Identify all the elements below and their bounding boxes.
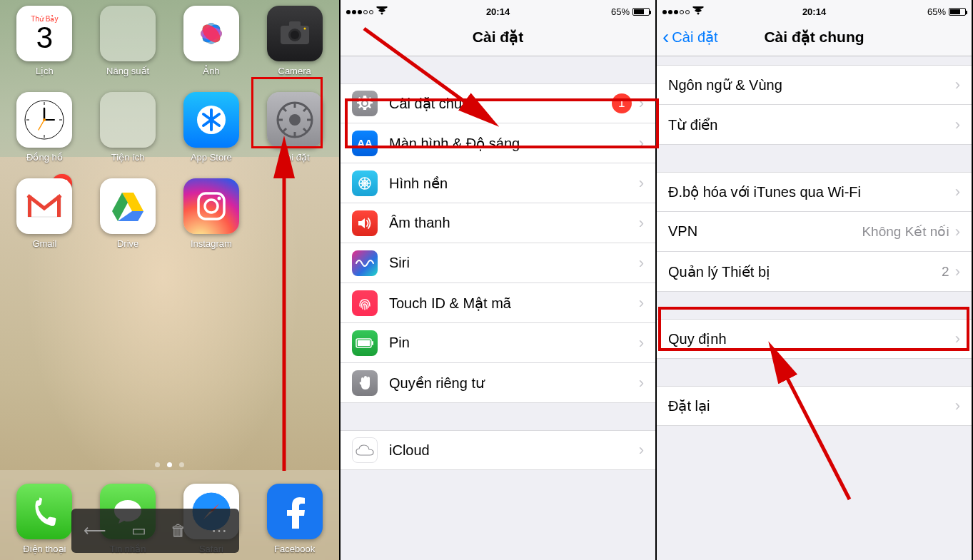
trash-icon[interactable]: 🗑	[171, 521, 186, 540]
chevron-right-icon: ›	[955, 330, 960, 348]
app-clock[interactable]: Đồng hồ	[13, 92, 76, 163]
row-privacy[interactable]: Quyền riêng tư ›	[341, 363, 655, 403]
folder-icon	[100, 6, 156, 61]
row-siri[interactable]: Siri ›	[341, 243, 655, 283]
svg-line-32	[283, 108, 286, 111]
page-title: Cài đặt	[473, 29, 523, 46]
row-language-region[interactable]: Ngôn ngữ & Vùng ›	[657, 65, 972, 105]
pager-dot	[179, 462, 184, 467]
app-camera[interactable]: Camera	[263, 6, 326, 76]
nav-header: Cài đặt	[341, 18, 655, 56]
row-label: VPN	[668, 223, 862, 240]
chevron-right-icon: ›	[955, 116, 960, 134]
signal-indicator	[662, 6, 704, 17]
row-label: Siri	[389, 255, 639, 271]
svg-point-43	[363, 101, 367, 106]
svg-point-27	[289, 114, 301, 126]
wifi-icon	[692, 6, 704, 17]
app-utilities-folder[interactable]: Tiện ích	[96, 92, 160, 163]
row-label: Ngôn ngữ & Vùng	[668, 76, 955, 93]
app-label: Tiện ích	[111, 152, 145, 163]
row-label: Đ.bộ hóa với iTunes qua Wi-Fi	[668, 183, 955, 200]
chevron-right-icon: ›	[639, 254, 644, 273]
row-regulatory[interactable]: Quy định ›	[657, 319, 972, 359]
app-facebook[interactable]: Facebook	[263, 484, 326, 554]
row-itunes-wifi-sync[interactable]: Đ.bộ hóa với iTunes qua Wi-Fi ›	[657, 172, 972, 212]
nav-header: ‹ Cài đặt Cài đặt chung	[657, 18, 972, 56]
wallpaper-icon	[352, 170, 378, 196]
row-touchid[interactable]: Touch ID & Mật mã ›	[341, 283, 655, 323]
svg-rect-9	[289, 21, 301, 27]
app-label: Cài đặt	[280, 152, 310, 163]
row-display[interactable]: AA Màn hình & Độ sáng ›	[341, 123, 655, 163]
back-icon[interactable]: ⟵	[84, 521, 106, 540]
tabs-icon[interactable]: ▭	[131, 521, 146, 540]
general-table[interactable]: Ngôn ngữ & Vùng › Từ điển › Đ.bộ hóa với…	[657, 56, 972, 560]
status-time: 20:14	[657, 6, 972, 17]
pager-dot-active	[167, 462, 172, 467]
row-label: Đặt lại	[668, 397, 955, 414]
sound-icon	[352, 210, 378, 236]
notification-badge: 1	[612, 93, 632, 113]
row-wallpaper[interactable]: Hình nền ›	[341, 163, 655, 203]
svg-line-34	[283, 128, 286, 132]
svg-rect-52	[372, 341, 373, 345]
svg-point-11	[291, 31, 299, 39]
app-label: Camera	[278, 66, 311, 76]
chevron-right-icon: ›	[639, 174, 644, 193]
app-label: Drive	[117, 238, 138, 249]
app-instagram[interactable]: Instagram	[180, 178, 243, 249]
calendar-daynum: 3	[36, 23, 53, 53]
gmail-icon	[16, 178, 72, 234]
icloud-icon	[352, 437, 378, 463]
row-vpn[interactable]: VPN Không Kết nối ›	[657, 212, 972, 252]
row-icloud[interactable]: iCloud ›	[341, 430, 655, 470]
row-sounds[interactable]: Âm thanh ›	[341, 203, 655, 243]
row-detail: Không Kết nối	[862, 223, 949, 240]
chevron-right-icon: ›	[639, 94, 644, 113]
app-settings[interactable]: Cài đặt	[263, 92, 326, 163]
fingerprint-icon	[352, 290, 378, 316]
hand-icon	[352, 370, 378, 396]
app-productivity-folder[interactable]: Năng suất	[96, 6, 160, 76]
app-label: Facebook	[274, 544, 315, 554]
row-dictionary[interactable]: Từ điển ›	[657, 105, 972, 145]
app-drive[interactable]: Drive	[96, 178, 160, 249]
app-photos[interactable]: Ảnh	[180, 6, 243, 76]
instagram-icon	[183, 178, 239, 234]
app-label: Ảnh	[203, 66, 219, 76]
wifi-icon	[376, 6, 388, 17]
row-label: Quy định	[668, 330, 955, 347]
chevron-right-icon: ›	[639, 334, 644, 352]
settings-table[interactable]: Cài đặt chung 1 › AA Màn hình & Độ sáng …	[341, 56, 655, 560]
svg-rect-36	[28, 195, 31, 217]
app-calendar[interactable]: Thứ Bảy 3 Lịch	[13, 6, 76, 76]
battery-indicator: 65%	[611, 6, 650, 17]
row-general[interactable]: Cài đặt chung 1 ›	[341, 83, 655, 123]
status-bar: 20:14 65%	[657, 0, 972, 18]
gear-icon	[352, 91, 378, 116]
row-label: Quyền riêng tư	[389, 375, 639, 392]
svg-point-21	[43, 118, 46, 121]
row-battery[interactable]: Pin ›	[341, 323, 655, 363]
row-detail: 2	[942, 264, 949, 280]
app-phone[interactable]: Điện thoại	[13, 484, 76, 554]
app-gmail[interactable]: 47 Gmail	[13, 178, 76, 249]
row-reset[interactable]: Đặt lại ›	[657, 386, 972, 426]
back-button[interactable]: ‹ Cài đặt	[662, 26, 718, 49]
svg-point-39	[205, 200, 218, 213]
status-bar: 20:14 65%	[341, 0, 655, 18]
chevron-right-icon: ›	[955, 397, 960, 415]
app-label: Điện thoại	[23, 544, 66, 554]
siri-icon	[352, 250, 378, 276]
more-icon[interactable]: ⋯	[211, 521, 227, 540]
back-label: Cài đặt	[672, 29, 717, 46]
chevron-right-icon: ›	[639, 134, 644, 153]
row-device-management[interactable]: Quản lý Thiết bị 2 ›	[657, 252, 972, 292]
app-label: App Store	[191, 152, 232, 163]
page-indicator	[0, 462, 339, 467]
app-appstore[interactable]: App Store	[180, 92, 243, 163]
svg-line-33	[303, 128, 307, 132]
phone-icon	[16, 484, 72, 539]
svg-rect-51	[358, 340, 370, 346]
